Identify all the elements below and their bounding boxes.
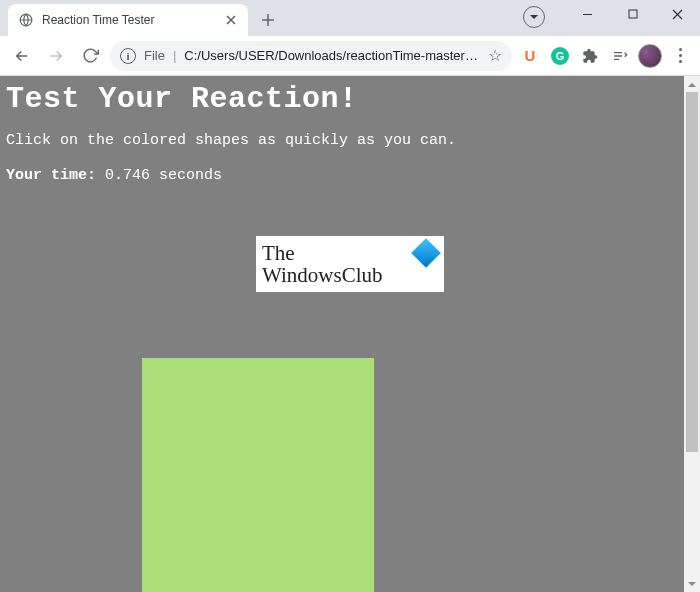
reading-list-icon[interactable]	[608, 44, 632, 68]
new-tab-button[interactable]	[254, 6, 282, 34]
chevron-down-icon[interactable]	[523, 6, 545, 28]
viewport: Test Your Reaction! Click on the colored…	[0, 76, 700, 592]
browser-tab[interactable]: Reaction Time Tester	[8, 4, 248, 36]
vertical-scrollbar[interactable]	[684, 76, 700, 592]
time-value: 0.746 seconds	[105, 167, 222, 184]
scroll-thumb[interactable]	[686, 92, 698, 452]
forward-button[interactable]	[42, 42, 70, 70]
scroll-down-icon[interactable]	[684, 576, 700, 592]
address-bar[interactable]: i File | C:/Users/USER/Downloads/reactio…	[110, 41, 512, 71]
svg-rect-1	[629, 10, 637, 18]
page-content: Test Your Reaction! Click on the colored…	[0, 76, 684, 592]
instruction-text: Click on the colored shapes as quickly a…	[6, 132, 678, 149]
window-close-button[interactable]	[655, 0, 700, 28]
menu-icon[interactable]	[668, 48, 692, 63]
close-icon[interactable]	[224, 13, 238, 27]
reload-button[interactable]	[76, 42, 104, 70]
globe-icon	[18, 12, 34, 28]
time-row: Your time: 0.746 seconds	[6, 167, 678, 184]
logo-text: The WindowsClub	[262, 242, 438, 286]
profile-avatar[interactable]	[638, 44, 662, 68]
extensions-icon[interactable]	[578, 44, 602, 68]
url-text: C:/Users/USER/Downloads/reactionTime-mas…	[184, 48, 480, 63]
tab-title: Reaction Time Tester	[42, 13, 216, 27]
time-label: Your time:	[6, 167, 96, 184]
browser-toolbar: i File | C:/Users/USER/Downloads/reactio…	[0, 36, 700, 76]
page-title: Test Your Reaction!	[6, 82, 678, 116]
url-divider: |	[173, 48, 176, 63]
target-shape[interactable]	[142, 358, 374, 592]
bookmark-icon[interactable]: ☆	[488, 46, 502, 65]
browser-titlebar: Reaction Time Tester	[0, 0, 700, 36]
minimize-button[interactable]	[565, 0, 610, 28]
extension-u-icon[interactable]: U	[518, 44, 542, 68]
back-button[interactable]	[8, 42, 36, 70]
maximize-button[interactable]	[610, 0, 655, 28]
window-controls	[523, 0, 700, 28]
extension-grammarly-icon[interactable]: G	[548, 44, 572, 68]
url-scheme-label: File	[144, 48, 165, 63]
scroll-up-icon[interactable]	[684, 76, 700, 92]
windowsclub-logo: The WindowsClub	[256, 236, 444, 292]
info-icon[interactable]: i	[120, 48, 136, 64]
